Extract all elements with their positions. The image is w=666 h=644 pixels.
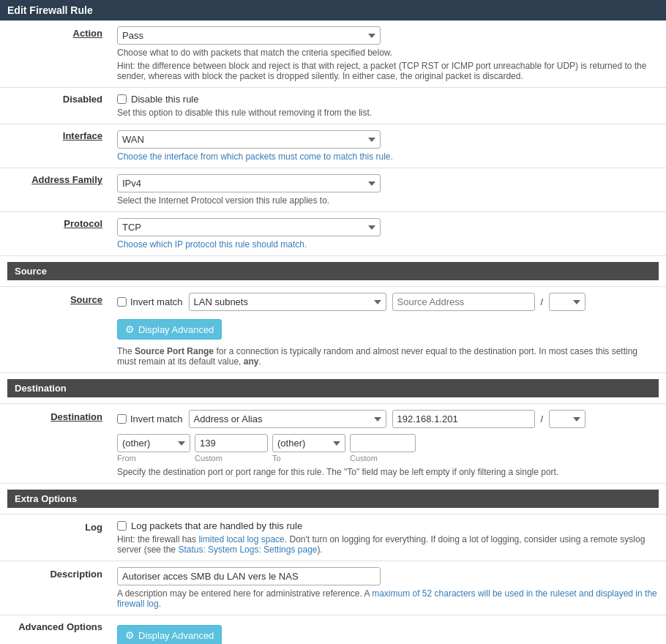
log-help: Hint: the firewall has limited local log… [117,534,659,555]
interface-content-cell: WAN Choose the interface from which pack… [110,124,666,168]
interface-select[interactable]: WAN [117,130,381,149]
action-help-main: Choose what to do with packets that matc… [117,48,659,58]
port-to-select[interactable]: (other) [272,434,345,452]
disabled-checkbox-text: Disable this rule [131,94,199,105]
dest-controls-row: Invert match Address or Alias 192.168.1.… [117,410,659,428]
destination-section-header-cell: Destination [0,373,666,404]
source-label: Source [70,294,102,305]
port-from-input[interactable]: 139 [195,434,268,452]
protocol-select[interactable]: TCP [117,218,381,236]
disabled-checkbox-label: Disable this rule [117,94,659,105]
log-label: Log [85,522,102,533]
address-family-label-cell: Address Family [0,168,110,212]
advanced-options-label: Advanced Options [18,621,102,632]
advanced-options-label-cell: Advanced Options [0,615,110,645]
main-form-table: Action Pass Choose what to do with packe… [0,20,666,644]
action-content-cell: Pass Choose what to do with packets that… [110,20,666,88]
destination-label: Destination [50,411,102,422]
source-help-end: . [258,356,261,367]
log-checkbox-label: Log packets that are handled by this rul… [117,520,659,531]
destination-content-cell: Invert match Address or Alias 192.168.1.… [110,404,666,484]
port-sublabels-row: From Custom To Custom [117,454,659,463]
protocol-label: Protocol [64,218,102,229]
extra-options-section-header: Extra Options [7,490,659,508]
address-family-select[interactable]: IPv4 [117,174,381,192]
log-label-cell: Log [0,514,110,561]
address-family-label: Address Family [31,174,102,185]
dest-address-input[interactable]: 192.168.1.201 [392,410,535,428]
source-display-advanced-label: Display Advanced [138,324,214,335]
source-port-range-bold: Source Port Range [135,346,214,356]
interface-row: Interface WAN Choose the interface from … [0,124,666,168]
description-label-cell: Description [0,561,110,615]
source-label-cell: Source [0,287,110,373]
source-section-header-row: Source [0,256,666,287]
panel-title: Edit Firewall Rule [0,0,666,20]
description-label: Description [50,569,102,580]
port-from-select[interactable]: (other) [117,434,190,452]
destination-section-header-row: Destination [0,373,666,404]
address-family-row: Address Family IPv4 Select the Internet … [0,168,666,212]
log-help-link[interactable]: Status: System Logs: Settings page [178,544,317,555]
source-mask-select[interactable] [549,293,585,311]
disabled-content-cell: Disable this rule Set this option to dis… [110,88,666,124]
protocol-content-cell: TCP Choose which IP protocol this rule s… [110,212,666,256]
port-from-group: (other) [117,434,190,452]
log-checkbox-text: Log packets that are handled by this rul… [131,520,302,531]
dest-invert-label: Invert match [130,413,183,424]
interface-label-cell: Interface [0,124,110,168]
port-custom2-label: Custom [350,454,416,463]
source-display-advanced-btn[interactable]: ⚙ Display Advanced [117,319,222,340]
source-content-cell: Invert match LAN subnets / ⚙ Display Adv… [110,287,666,373]
dest-mask-select[interactable] [549,410,585,428]
log-checkbox[interactable] [117,521,127,531]
disabled-checkbox[interactable] [117,94,127,104]
dest-port-range-controls: (other) 139 (other) [117,434,659,452]
desc-help-max: maximum of 52 characters will be used in… [117,588,657,609]
disabled-label: Disabled [63,94,102,105]
dest-type-select[interactable]: Address or Alias [189,410,386,428]
source-invert-checkbox[interactable] [117,297,127,307]
source-row: Source Invert match LAN subnets / [0,287,666,373]
advanced-options-content-cell: ⚙ Display Advanced [110,615,666,645]
dest-port-range-area: (other) 139 (other) [117,434,659,477]
source-help-any: any [244,356,259,367]
advanced-display-advanced-btn[interactable]: ⚙ Display Advanced [117,625,222,644]
interface-help: Choose the interface from which packets … [117,151,659,162]
action-select[interactable]: Pass [117,26,381,45]
port-from-label: From [117,454,195,463]
description-input[interactable]: Autoriser acces SMB du LAN vers le NAS [117,567,381,585]
source-type-select[interactable]: LAN subnets [189,293,386,311]
advanced-gear-icon: ⚙ [125,629,135,641]
port-to-input[interactable] [350,434,416,452]
source-help: The Source Port Range for a connection i… [117,346,659,367]
dest-invert-area: Invert match [117,413,183,424]
action-help-hint: Hint: the difference between block and r… [117,61,659,81]
disabled-label-cell: Disabled [0,88,110,124]
dest-port-help: Specify the destination port or port ran… [117,467,659,477]
dest-invert-checkbox[interactable] [117,414,127,424]
extra-options-section-header-row: Extra Options [0,484,666,514]
source-controls-row: Invert match LAN subnets / [117,293,659,311]
action-label-cell: Action [0,20,110,88]
source-invert-area: Invert match [117,296,183,307]
advanced-options-row: Advanced Options ⚙ Display Advanced [0,615,666,645]
source-address-input[interactable] [392,293,535,311]
page-wrapper: Edit Firewall Rule Action Pass Choose wh… [0,0,666,644]
panel-title-text: Edit Firewall Rule [7,4,93,16]
protocol-help: Choose which IP protocol this rule shoul… [117,239,659,250]
source-section-header: Source [7,262,659,280]
action-label: Action [73,28,102,39]
extra-options-section-header-cell: Extra Options [0,484,666,514]
interface-label: Interface [63,130,102,141]
address-family-content-cell: IPv4 Select the Internet Protocol versio… [110,168,666,212]
disabled-row: Disabled Disable this rule Set this opti… [0,88,666,124]
destination-section-header: Destination [7,379,659,397]
port-to-label: To [272,454,350,463]
disabled-help: Set this option to disable this rule wit… [117,108,659,118]
address-family-help: Select the Internet Protocol version thi… [117,195,659,206]
description-row: Description Autoriser acces SMB du LAN v… [0,561,666,615]
dest-slash: / [541,413,544,424]
protocol-label-cell: Protocol [0,212,110,256]
log-help-limited: limited local log space [198,534,284,544]
